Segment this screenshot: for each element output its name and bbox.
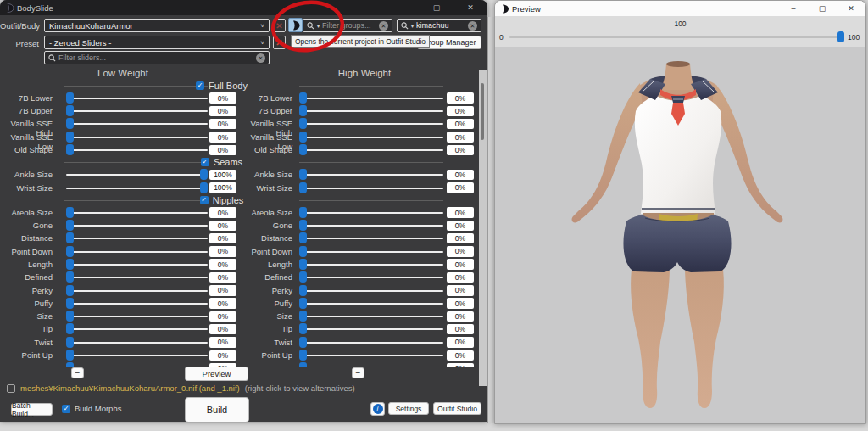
slider-track-high[interactable] bbox=[299, 328, 443, 330]
slider-thumb[interactable] bbox=[299, 259, 307, 270]
slider-value-high[interactable]: 0% bbox=[447, 170, 474, 181]
slider-thumb[interactable] bbox=[66, 207, 74, 218]
slider-thumb[interactable] bbox=[66, 271, 74, 283]
group-search-input[interactable]: ▾ kimachuu ✕ bbox=[397, 19, 481, 32]
slider-track-low[interactable] bbox=[66, 316, 208, 317]
maximize-icon[interactable]: ▢ bbox=[808, 1, 837, 16]
preset-combobox[interactable]: - Zeroed Sliders - ˅ bbox=[44, 36, 270, 49]
filter-groups-input[interactable]: ▾ Filter groups... ✕ bbox=[303, 19, 392, 32]
group-checkbox[interactable]: ✓ bbox=[196, 81, 204, 90]
slider-thumb[interactable] bbox=[299, 271, 307, 283]
delete-outfit-button[interactable]: ✕ bbox=[273, 19, 286, 32]
slider-track-low[interactable] bbox=[66, 355, 208, 356]
slider-track-low[interactable] bbox=[66, 174, 208, 176]
slider-thumb[interactable] bbox=[66, 232, 74, 243]
clear-icon[interactable]: ✕ bbox=[256, 53, 265, 63]
slider-track-high[interactable] bbox=[299, 174, 443, 176]
slider-track-low[interactable] bbox=[66, 303, 208, 305]
slider-track-low[interactable] bbox=[66, 328, 208, 330]
slider-value-high[interactable]: 0% bbox=[447, 298, 474, 309]
minimize-icon[interactable]: – bbox=[386, 0, 420, 15]
slider-track-low[interactable] bbox=[66, 225, 208, 227]
slider-track-low[interactable] bbox=[66, 110, 208, 112]
slider-thumb[interactable] bbox=[299, 350, 307, 361]
slider-value-low[interactable]: 0% bbox=[209, 132, 236, 143]
slider-thumb[interactable] bbox=[299, 207, 307, 218]
slider-track-high[interactable] bbox=[299, 303, 443, 305]
slider-track-low[interactable] bbox=[66, 238, 208, 239]
output-file-checkbox[interactable] bbox=[7, 384, 15, 393]
clear-icon[interactable]: ✕ bbox=[379, 21, 388, 31]
batch-build-button[interactable]: Batch Build... bbox=[11, 403, 53, 416]
slider-thumb[interactable] bbox=[299, 92, 307, 104]
collapse-low-button[interactable]: − bbox=[71, 367, 84, 378]
slider-value-low[interactable]: 0% bbox=[209, 233, 236, 244]
slider-thumb[interactable] bbox=[299, 144, 307, 155]
close-icon[interactable]: ✕ bbox=[837, 1, 865, 16]
slider-value-low[interactable]: 0% bbox=[209, 298, 236, 309]
slider-thumb[interactable] bbox=[66, 337, 74, 348]
slider-thumb[interactable] bbox=[299, 323, 307, 334]
slider-thumb[interactable] bbox=[66, 298, 74, 309]
slider-value-high[interactable]: 0% bbox=[447, 350, 474, 361]
slider-value-low[interactable]: 0% bbox=[209, 207, 236, 218]
slider-track-high[interactable] bbox=[299, 277, 443, 278]
preview-button[interactable]: Preview bbox=[185, 367, 248, 381]
slider-value-high[interactable]: 0% bbox=[447, 132, 474, 143]
slider-value-high[interactable]: 0% bbox=[447, 221, 474, 232]
slider-thumb[interactable] bbox=[66, 350, 74, 361]
slider-track-high[interactable] bbox=[299, 123, 443, 125]
slider-value-low[interactable]: 100% bbox=[209, 182, 236, 193]
slider-track-high[interactable] bbox=[299, 342, 443, 344]
slider-thumb[interactable] bbox=[299, 362, 307, 367]
slider-thumb[interactable] bbox=[66, 92, 74, 104]
slider-thumb[interactable] bbox=[66, 105, 74, 116]
slider-track-high[interactable] bbox=[299, 188, 443, 189]
slider-value-low[interactable]: 0% bbox=[209, 246, 236, 257]
weight-slider-thumb[interactable] bbox=[837, 31, 844, 42]
info-button[interactable]: i bbox=[370, 402, 385, 416]
build-morphs-checkbox[interactable]: ✓ bbox=[62, 405, 70, 413]
slider-value-low[interactable]: 0% bbox=[209, 272, 236, 283]
slider-value-low[interactable]: 0% bbox=[209, 285, 236, 296]
bodyslide-titlebar[interactable]: BodySlide – ▢ ✕ bbox=[0, 0, 487, 15]
scrollbar-track[interactable] bbox=[479, 70, 487, 386]
slider-value-low[interactable]: 100% bbox=[209, 170, 236, 181]
open-in-outfit-studio-button[interactable] bbox=[288, 18, 303, 32]
slider-thumb[interactable] bbox=[200, 182, 208, 193]
clear-icon[interactable]: ✕ bbox=[468, 21, 477, 31]
slider-track-high[interactable] bbox=[299, 290, 443, 292]
slider-value-low[interactable]: 0% bbox=[209, 259, 236, 270]
slider-value-high[interactable]: 0% bbox=[447, 272, 474, 283]
slider-value-high[interactable]: 0% bbox=[447, 285, 474, 296]
slider-value-high[interactable]: 0% bbox=[447, 311, 474, 322]
group-checkbox[interactable]: ✓ bbox=[201, 158, 209, 166]
slider-thumb[interactable] bbox=[299, 337, 307, 348]
slider-value-low[interactable]: 0% bbox=[209, 311, 236, 322]
slider-track-high[interactable] bbox=[299, 238, 443, 239]
outfit-studio-button[interactable]: Outfit Studio bbox=[433, 402, 481, 415]
slider-value-low[interactable]: 0% bbox=[209, 324, 236, 335]
slider-track-low[interactable] bbox=[66, 123, 208, 125]
slider-thumb[interactable] bbox=[66, 246, 74, 257]
slider-track-low[interactable] bbox=[66, 277, 208, 278]
slider-value-high[interactable]: 0% bbox=[447, 182, 474, 193]
slider-thumb[interactable] bbox=[66, 311, 74, 322]
slider-thumb[interactable] bbox=[66, 118, 74, 129]
slider-thumb[interactable] bbox=[66, 132, 74, 143]
slider-value-high[interactable]: 0% bbox=[447, 324, 474, 335]
slider-value-high[interactable]: 0% bbox=[447, 233, 474, 244]
slider-track-low[interactable] bbox=[66, 98, 208, 99]
preview-titlebar[interactable]: Preview – ▢ ✕ bbox=[495, 1, 865, 16]
slider-thumb[interactable] bbox=[299, 298, 307, 309]
slider-value-high[interactable]: 0% bbox=[447, 337, 474, 348]
slider-thumb[interactable] bbox=[66, 144, 74, 155]
slider-track-high[interactable] bbox=[299, 149, 443, 151]
slider-thumb[interactable] bbox=[299, 285, 307, 296]
slider-thumb[interactable] bbox=[66, 285, 74, 296]
slider-track-high[interactable] bbox=[299, 98, 443, 99]
output-file-path[interactable]: meshes¥Kimachuu¥KimachuuKoharuArmor_0.ni… bbox=[20, 383, 240, 393]
close-icon[interactable]: ✕ bbox=[453, 0, 487, 15]
slider-track-low[interactable] bbox=[66, 342, 208, 344]
minimize-icon[interactable]: – bbox=[779, 1, 808, 16]
